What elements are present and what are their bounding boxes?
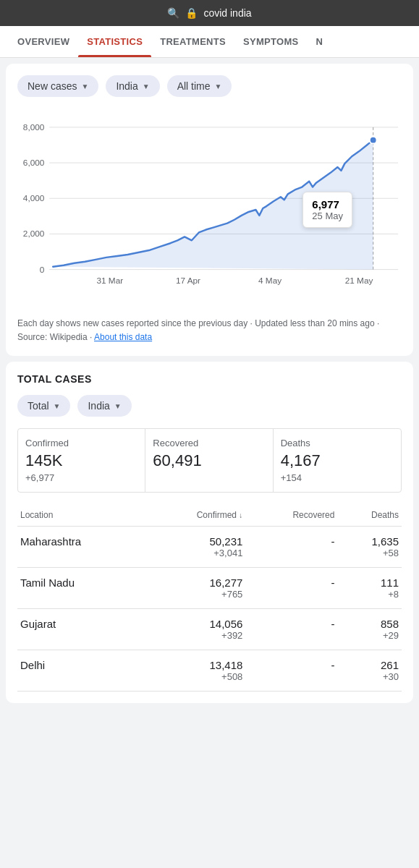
confirmed-stat: Confirmed 145K +6,977 bbox=[18, 429, 145, 491]
cell-location: Delhi bbox=[17, 650, 145, 691]
cell-location: Tamil Nadu bbox=[17, 567, 145, 608]
col-deaths: Deaths bbox=[337, 504, 402, 527]
total-cases-filter-row: Total ▼ India ▼ bbox=[17, 395, 402, 417]
time-range-filter[interactable]: All time ▼ bbox=[167, 75, 232, 97]
table-row: Tamil Nadu 16,277 +765 - 111 +8 bbox=[17, 567, 402, 608]
tab-treatments[interactable]: TREATMENTS bbox=[151, 26, 234, 57]
total-filter-arrow-icon: ▼ bbox=[54, 402, 61, 410]
tooltip-value: 6,977 bbox=[312, 198, 343, 210]
table-row: Delhi 13,418 +508 - 261 +30 bbox=[17, 650, 402, 691]
case-type-filter[interactable]: New cases ▼ bbox=[17, 75, 98, 97]
cell-deaths: 1,635 +58 bbox=[337, 526, 402, 567]
svg-point-11 bbox=[370, 137, 377, 144]
cell-confirmed: 13,418 +508 bbox=[145, 650, 245, 691]
section-title: TOTAL CASES bbox=[17, 373, 402, 385]
address-bar-text[interactable]: covid india bbox=[203, 7, 251, 19]
cell-confirmed: 16,277 +765 bbox=[145, 567, 245, 608]
deaths-stat: Deaths 4,167 +154 bbox=[274, 429, 401, 491]
cell-recovered: - bbox=[245, 526, 337, 567]
col-location: Location bbox=[17, 504, 145, 527]
total-filter[interactable]: Total ▼ bbox=[17, 395, 70, 417]
tab-statistics[interactable]: STATISTICS bbox=[78, 26, 151, 57]
filter-row: New cases ▼ India ▼ All time ▼ bbox=[17, 75, 402, 97]
cell-confirmed: 14,056 +392 bbox=[145, 608, 245, 650]
stats-grid: Confirmed 145K +6,977 Recovered 60,491 D… bbox=[17, 428, 402, 492]
tab-symptoms[interactable]: SYMPTOMS bbox=[234, 26, 308, 57]
cell-location: Maharashtra bbox=[17, 526, 145, 567]
svg-text:0: 0 bbox=[40, 265, 45, 275]
nav-tabs: OVERVIEW STATISTICS TREATMENTS SYMPTOMS … bbox=[0, 26, 419, 58]
confirmed-value: 145K bbox=[25, 451, 137, 470]
total-region-arrow-icon: ▼ bbox=[114, 402, 122, 410]
chart-section: New cases ▼ India ▼ All time ▼ 8,000 6,0… bbox=[6, 64, 413, 356]
cell-location: Gujarat bbox=[17, 608, 145, 650]
svg-text:4,000: 4,000 bbox=[23, 193, 45, 203]
total-region-filter[interactable]: India ▼ bbox=[77, 395, 131, 417]
chart-footnote: Each day shows new cases reported since … bbox=[17, 317, 402, 344]
confirmed-delta: +6,977 bbox=[25, 472, 137, 483]
cell-deaths: 111 +8 bbox=[337, 567, 402, 608]
recovered-value: 60,491 bbox=[153, 451, 265, 470]
total-filter-label: Total bbox=[27, 400, 49, 412]
footnote-text: Each day shows new cases reported since … bbox=[17, 318, 379, 342]
time-range-arrow-icon: ▼ bbox=[215, 82, 222, 90]
cell-recovered: - bbox=[245, 650, 337, 691]
confirmed-label: Confirmed bbox=[25, 438, 137, 448]
total-region-label: India bbox=[88, 400, 109, 412]
cell-recovered: - bbox=[245, 567, 337, 608]
sort-icon: ↓ bbox=[239, 511, 242, 519]
lock-icon: 🔒 bbox=[185, 7, 198, 19]
case-type-arrow-icon: ▼ bbox=[81, 82, 88, 90]
about-data-link[interactable]: About this data bbox=[94, 332, 152, 342]
svg-text:6,000: 6,000 bbox=[23, 158, 45, 168]
chart-tooltip: 6,977 25 May bbox=[302, 192, 352, 228]
search-icon: 🔍 bbox=[167, 7, 179, 19]
tab-more[interactable]: N bbox=[308, 26, 332, 57]
deaths-delta: +154 bbox=[281, 472, 394, 483]
region-arrow-icon: ▼ bbox=[143, 82, 150, 90]
region-label: India bbox=[116, 80, 137, 92]
svg-text:21 May: 21 May bbox=[345, 276, 373, 286]
case-type-label: New cases bbox=[27, 80, 77, 92]
col-recovered: Recovered bbox=[245, 504, 337, 527]
time-range-label: All time bbox=[177, 80, 211, 92]
deaths-label: Deaths bbox=[281, 438, 394, 448]
svg-text:31 Mar: 31 Mar bbox=[96, 276, 123, 286]
total-cases-section: TOTAL CASES Total ▼ India ▼ Confirmed 14… bbox=[6, 362, 413, 702]
chart-container: 8,000 6,000 4,000 2,000 0 31 Mar 17 Apr … bbox=[17, 109, 402, 311]
deaths-value: 4,167 bbox=[281, 451, 394, 470]
cell-deaths: 858 +29 bbox=[337, 608, 402, 650]
cell-deaths: 261 +30 bbox=[337, 650, 402, 691]
tab-overview[interactable]: OVERVIEW bbox=[9, 26, 78, 57]
region-filter[interactable]: India ▼ bbox=[106, 75, 159, 97]
recovered-stat: Recovered 60,491 bbox=[145, 429, 273, 491]
svg-text:8,000: 8,000 bbox=[23, 122, 45, 132]
col-confirmed[interactable]: Confirmed ↓ bbox=[145, 504, 245, 527]
svg-text:17 Apr: 17 Apr bbox=[176, 276, 200, 286]
address-bar: 🔍 🔒 covid india bbox=[0, 0, 419, 26]
data-table: Location Confirmed ↓ Recovered Deaths Ma… bbox=[17, 504, 402, 692]
table-row: Gujarat 14,056 +392 - 858 +29 bbox=[17, 608, 402, 650]
tooltip-date: 25 May bbox=[312, 210, 343, 221]
svg-text:4 May: 4 May bbox=[258, 276, 282, 286]
table-row: Maharashtra 50,231 +3,041 - 1,635 +58 bbox=[17, 526, 402, 567]
svg-text:2,000: 2,000 bbox=[23, 229, 45, 239]
cell-recovered: - bbox=[245, 608, 337, 650]
recovered-label: Recovered bbox=[153, 438, 265, 448]
cell-confirmed: 50,231 +3,041 bbox=[145, 526, 245, 567]
